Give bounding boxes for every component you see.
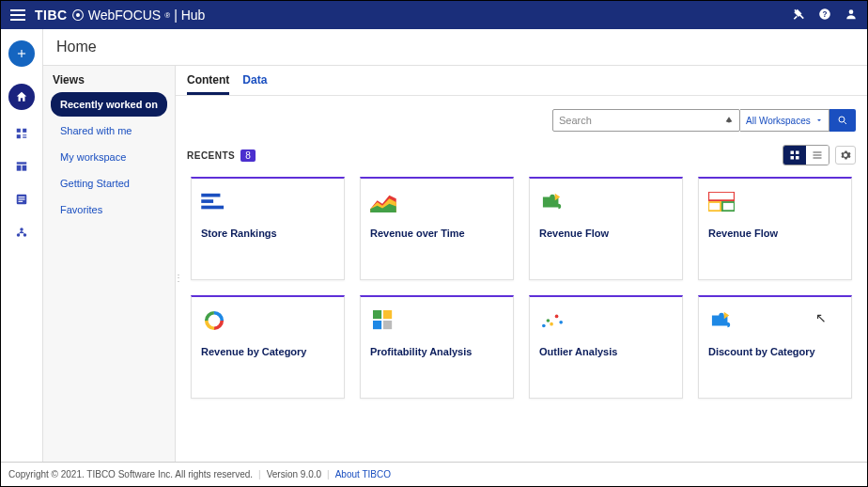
help-icon[interactable]: ? <box>818 8 831 24</box>
menu-icon[interactable] <box>10 9 25 21</box>
home-nav-icon[interactable] <box>8 84 35 110</box>
card-revenue-flow-1[interactable]: Revenue Flow <box>529 177 683 280</box>
page-title: Home <box>43 29 867 66</box>
recents-count: 8 <box>240 149 256 162</box>
gear-icon <box>840 149 851 161</box>
tools-icon[interactable] <box>792 8 805 24</box>
recents-label: RECENTS <box>187 150 235 161</box>
layout-icon <box>708 192 735 212</box>
svg-rect-20 <box>796 156 799 160</box>
card-title: Revenue by Category <box>201 346 334 357</box>
footer-copyright: Copyright © 2021. TIBCO Software Inc. Al… <box>8 469 253 479</box>
svg-rect-3 <box>17 129 21 133</box>
card-title: Store Rankings <box>201 228 334 239</box>
card-title: Revenue over Time <box>370 228 504 239</box>
svg-point-13 <box>20 228 23 231</box>
svg-rect-8 <box>23 165 27 171</box>
grid-view-button[interactable] <box>783 146 806 165</box>
svg-rect-37 <box>383 321 392 329</box>
card-revenue-by-category[interactable]: Revenue by Category <box>191 295 345 399</box>
svg-rect-36 <box>373 321 381 329</box>
search-caret-icon <box>724 116 734 125</box>
search-icon <box>837 115 848 126</box>
brand-hub: | Hub <box>174 8 205 23</box>
card-title: Revenue Flow <box>539 228 673 239</box>
mgmt-nav-icon[interactable] <box>15 226 28 242</box>
chevron-down-icon <box>815 117 823 124</box>
footer-about-link[interactable]: About TIBCO <box>335 469 391 479</box>
create-button[interactable] <box>8 40 35 67</box>
svg-point-40 <box>550 322 553 326</box>
svg-rect-21 <box>814 152 822 153</box>
tab-content[interactable]: Content <box>187 73 229 95</box>
svg-rect-23 <box>814 158 822 159</box>
brand-logo: TIBC⦿ WebFOCUS® | Hub <box>35 8 205 23</box>
svg-rect-24 <box>201 194 220 197</box>
svg-rect-26 <box>201 206 224 210</box>
svg-text:?: ? <box>823 9 828 18</box>
svg-rect-34 <box>373 310 381 319</box>
icon-rail <box>1 29 43 462</box>
view-my-workspace[interactable]: My workspace <box>51 145 167 169</box>
view-toggle <box>783 145 829 165</box>
area-icon <box>370 192 396 212</box>
scatter-icon <box>539 310 566 331</box>
workspaces-nav-icon[interactable] <box>15 127 28 143</box>
view-getting-started[interactable]: Getting Started <box>51 171 167 196</box>
search-input[interactable]: Search <box>552 109 740 132</box>
view-favorites[interactable]: Favorites <box>51 197 167 222</box>
brand-reg: ® <box>164 11 170 20</box>
svg-rect-25 <box>201 199 213 203</box>
card-discount-by-category[interactable]: Discount by Category <box>698 295 852 399</box>
workspace-filter[interactable]: All Workspaces <box>740 109 829 132</box>
drag-handle-icon[interactable]: ⋮ <box>174 273 183 283</box>
user-icon[interactable] <box>845 8 858 24</box>
footer: Copyright © 2021. TIBCO Software Inc. Al… <box>1 462 867 486</box>
card-title: Outlier Analysis <box>539 346 673 357</box>
svg-rect-5 <box>17 134 21 138</box>
tab-data[interactable]: Data <box>242 73 267 95</box>
card-profitability-analysis[interactable]: Profitability Analysis <box>360 295 514 399</box>
svg-rect-18 <box>796 151 799 155</box>
svg-rect-4 <box>23 129 26 133</box>
app-nav-icon[interactable] <box>15 193 28 209</box>
view-recently-worked[interactable]: Recently worked on <box>51 92 167 117</box>
card-title: Discount by Category <box>708 346 842 357</box>
card-store-rankings[interactable]: Store Rankings <box>191 177 345 280</box>
svg-rect-6 <box>17 162 27 164</box>
svg-rect-12 <box>19 201 23 202</box>
hbars-icon <box>201 192 227 212</box>
svg-rect-29 <box>722 202 735 211</box>
footer-version: Version 9.0.0 <box>267 469 321 479</box>
workspace-filter-label: All Workspaces <box>746 116 811 126</box>
search-button[interactable] <box>829 109 856 132</box>
brand-webfocus: WebFOCUS <box>88 8 162 23</box>
card-revenue-flow-2[interactable]: Revenue Flow <box>698 177 852 280</box>
svg-rect-27 <box>708 192 735 200</box>
views-panel: Views Recently worked on Shared with me … <box>43 66 175 462</box>
puzzle-icon <box>539 192 566 212</box>
card-revenue-over-time[interactable]: Revenue over Time <box>360 177 514 280</box>
puzzle-icon <box>708 310 735 331</box>
svg-rect-10 <box>19 196 25 197</box>
portals-nav-icon[interactable] <box>15 160 28 176</box>
svg-point-42 <box>559 321 563 324</box>
svg-point-41 <box>555 315 559 319</box>
search-placeholder: Search <box>559 115 592 126</box>
svg-point-39 <box>547 319 550 322</box>
svg-rect-22 <box>814 155 822 156</box>
card-outlier-analysis[interactable]: Outlier Analysis <box>529 295 683 399</box>
svg-rect-7 <box>17 165 22 171</box>
view-shared-with-me[interactable]: Shared with me <box>51 118 167 143</box>
brand-o-glyph: ⦿ <box>71 8 85 23</box>
content-tabs: Content Data <box>176 66 867 96</box>
card-title: Profitability Analysis <box>370 346 504 357</box>
settings-button[interactable] <box>835 146 856 165</box>
card-title: Revenue Flow <box>708 228 842 239</box>
svg-rect-17 <box>791 151 795 155</box>
svg-rect-19 <box>791 156 795 160</box>
list-view-button[interactable] <box>806 146 829 165</box>
views-heading: Views <box>51 73 167 86</box>
svg-rect-28 <box>708 202 721 211</box>
brand-tibco: TIBC <box>35 8 68 23</box>
